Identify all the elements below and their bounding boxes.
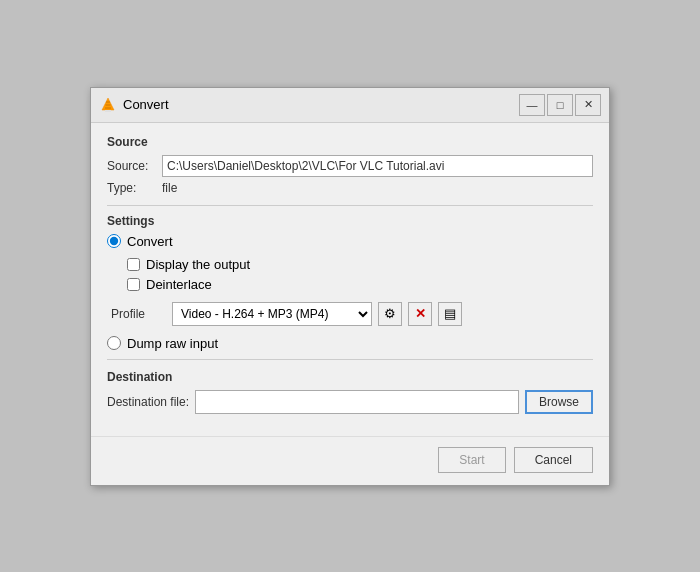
app-icon <box>99 96 117 114</box>
delete-icon: ✕ <box>415 306 426 321</box>
convert-radio-row: Convert <box>107 234 593 249</box>
display-output-checkbox[interactable] <box>127 258 140 271</box>
source-section: Source Source: Type: file <box>107 135 593 195</box>
settings-section: Settings Convert Display the output Dein… <box>107 214 593 351</box>
start-button[interactable]: Start <box>438 447 505 473</box>
profile-row: Profile Video - H.264 + MP3 (MP4) Video … <box>111 302 593 326</box>
source-grid: Source: Type: file <box>107 155 593 195</box>
dialog-footer: Start Cancel <box>91 436 609 485</box>
dest-file-label: Destination file: <box>107 395 189 409</box>
profile-edit-button[interactable]: ▤ <box>438 302 462 326</box>
title-bar: Convert — □ ✕ <box>91 88 609 123</box>
edit-icon: ▤ <box>444 306 456 321</box>
svg-rect-1 <box>105 110 111 112</box>
minimize-button[interactable]: — <box>519 94 545 116</box>
convert-dialog: Convert — □ ✕ Source Source: Type: file … <box>90 87 610 486</box>
source-section-label: Source <box>107 135 593 149</box>
convert-radio[interactable] <box>107 234 121 248</box>
type-label: Type: <box>107 181 162 195</box>
profile-delete-button[interactable]: ✕ <box>408 302 432 326</box>
source-field-label: Source: <box>107 159 162 173</box>
destination-row: Destination file: Browse <box>107 390 593 414</box>
deinterlace-checkbox[interactable] <box>127 278 140 291</box>
close-button[interactable]: ✕ <box>575 94 601 116</box>
window-controls: — □ ✕ <box>519 94 601 116</box>
maximize-button[interactable]: □ <box>547 94 573 116</box>
browse-button[interactable]: Browse <box>525 390 593 414</box>
destination-section: Destination Destination file: Browse <box>107 370 593 414</box>
window-title: Convert <box>123 97 519 112</box>
deinterlace-label: Deinterlace <box>146 277 212 292</box>
divider-1 <box>107 205 593 206</box>
deinterlace-row: Deinterlace <box>127 277 593 292</box>
convert-radio-label: Convert <box>127 234 173 249</box>
divider-2 <box>107 359 593 360</box>
source-input[interactable] <box>162 155 593 177</box>
dump-raw-label: Dump raw input <box>127 336 218 351</box>
profile-settings-button[interactable]: ⚙ <box>378 302 402 326</box>
destination-input[interactable] <box>195 390 519 414</box>
profile-select[interactable]: Video - H.264 + MP3 (MP4) Video - H.265 … <box>172 302 372 326</box>
cancel-button[interactable]: Cancel <box>514 447 593 473</box>
type-value: file <box>162 181 593 195</box>
profile-label: Profile <box>111 307 166 321</box>
dialog-content: Source Source: Type: file Settings Conve… <box>91 123 609 426</box>
display-output-row: Display the output <box>127 257 593 272</box>
destination-section-label: Destination <box>107 370 593 384</box>
settings-section-label: Settings <box>107 214 593 228</box>
display-output-label: Display the output <box>146 257 250 272</box>
wrench-icon: ⚙ <box>384 306 396 321</box>
dump-raw-radio[interactable] <box>107 336 121 350</box>
dump-raw-row: Dump raw input <box>107 336 593 351</box>
